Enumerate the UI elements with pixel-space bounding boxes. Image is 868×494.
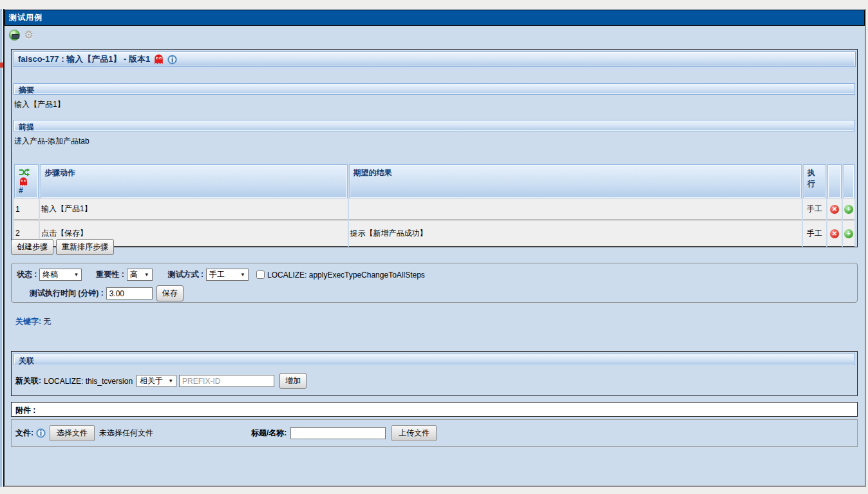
add-step-icon[interactable]: +: [844, 229, 853, 238]
apply-exec-type-checkbox[interactable]: [256, 271, 265, 279]
step-row: 2 点击【保存】 提示【新增产品成功】 手工 ✕ +: [14, 220, 854, 247]
summary-text: 输入【产品1】: [13, 95, 856, 120]
keywords-line: 关键字: 无: [15, 316, 51, 327]
steps-table: # 步骤动作 期望的结果 执行 1 输入【产品1】 手工 ✕ +: [13, 164, 856, 247]
expected-result-cell[interactable]: [349, 198, 802, 220]
expected-result-header: 期望的结果: [349, 164, 802, 198]
step-action-header: 步骤动作: [40, 164, 348, 198]
attachments-header: 附件 :: [11, 402, 858, 417]
step-number-header: #: [14, 164, 39, 198]
status-value: 终稿: [42, 269, 58, 280]
testcase-title-bar: faisco-177 : 输入【产品1】 - 版本1: [13, 52, 856, 67]
ghost-icon: [153, 54, 164, 64]
step-number: 1: [14, 198, 39, 220]
ghost-icon: [19, 177, 28, 186]
relations-container: 关联 新关联: LOCALIZE: this_tcversion 相关于 ▼ 增…: [11, 351, 858, 396]
importance-label: 重要性 :: [96, 269, 124, 280]
step-row: 1 输入【产品1】 手工 ✕ +: [14, 198, 854, 220]
relation-id-input[interactable]: [179, 375, 274, 387]
exec-type-value: 手工: [803, 220, 826, 247]
delete-step-icon[interactable]: ✕: [830, 229, 839, 238]
steps-header-row: # 步骤动作 期望的结果 执行: [14, 164, 854, 198]
testcase-panel: 测试用例 ⚙ faisco-177 : 输入【产品1】 - 版本1 摘要 输入【…: [3, 9, 866, 487]
exec-type-value: 手工: [209, 269, 225, 280]
status-label: 状态 :: [17, 269, 37, 280]
importance-select[interactable]: 高 ▼: [127, 269, 153, 281]
step-number-header-label: #: [19, 186, 34, 195]
exec-type-header: 执行: [803, 164, 826, 198]
chevron-down-icon: ▼: [168, 378, 173, 384]
no-file-text: 未选择任何文件: [99, 428, 153, 439]
info-icon[interactable]: [36, 428, 46, 438]
new-relation-label: 新关联:: [15, 375, 41, 386]
exec-type-label: 测试方式 :: [168, 269, 203, 280]
duration-input[interactable]: [106, 287, 153, 299]
precondition-section-header: 前提: [14, 120, 855, 131]
testcase-title: faisco-177 : 输入【产品1】 - 版本1: [18, 53, 150, 65]
add-relation-button[interactable]: 增加: [279, 373, 307, 389]
file-upload-row: 文件: 选择文件 未选择任何文件 标题/名称: 上传文件: [11, 419, 858, 447]
testcase-spec-container: faisco-177 : 输入【产品1】 - 版本1 摘要 输入【产品1】 前提…: [11, 49, 858, 247]
file-title-label: 标题/名称:: [251, 428, 287, 439]
page-title: 测试用例: [5, 10, 865, 26]
chevron-down-icon: ▼: [73, 272, 79, 278]
duration-label: 测试执行时间 (分钟) :: [30, 288, 104, 299]
chevron-down-icon: ▼: [240, 272, 245, 278]
expected-result-cell[interactable]: 提示【新增产品成功】: [349, 220, 802, 247]
relation-type-value: 相关于: [140, 375, 163, 386]
toolbar: ⚙: [9, 30, 33, 41]
save-button[interactable]: 保存: [156, 285, 184, 301]
relation-scope-text: LOCALIZE: this_tcversion: [44, 377, 133, 386]
add-step-icon[interactable]: +: [844, 205, 853, 214]
relations-section-header: 关联: [14, 354, 855, 365]
info-icon[interactable]: [167, 55, 177, 64]
precondition-text: 进入产品-添加产品tab: [13, 131, 856, 157]
chevron-down-icon: ▼: [144, 272, 149, 278]
reorder-steps-icon[interactable]: [19, 168, 30, 176]
exec-type-value: 手工: [803, 198, 826, 220]
create-step-button[interactable]: 创建步骤: [11, 239, 53, 255]
file-title-input[interactable]: [290, 427, 386, 439]
keywords-label: 关键字:: [15, 317, 41, 326]
step-action-cell[interactable]: 输入【产品1】: [40, 198, 348, 220]
exec-type-select[interactable]: 手工 ▼: [206, 269, 249, 281]
step-buttons: 创建步骤 重新排序步骤: [11, 239, 114, 255]
upload-file-button[interactable]: 上传文件: [392, 425, 437, 441]
keywords-value: 无: [43, 317, 51, 326]
add-column-header: [843, 164, 854, 198]
reorder-steps-button[interactable]: 重新排序步骤: [56, 239, 114, 255]
apply-exec-type-label: LOCALIZE: applyExecTypeChangeToAllSteps: [267, 271, 425, 280]
delete-column-header: [827, 164, 842, 198]
relation-type-select[interactable]: 相关于 ▼: [137, 375, 176, 387]
choose-file-button[interactable]: 选择文件: [50, 425, 95, 441]
summary-section-header: 摘要: [14, 83, 855, 95]
status-select[interactable]: 终稿 ▼: [39, 269, 82, 281]
world-edit-icon[interactable]: [9, 30, 20, 41]
importance-value: 高: [130, 269, 138, 280]
file-label: 文件:: [15, 428, 33, 439]
settings-icon[interactable]: ⚙: [24, 30, 33, 41]
delete-step-icon[interactable]: ✕: [830, 205, 839, 214]
attributes-form: 状态 : 终稿 ▼ 重要性 : 高 ▼ 测试方式 : 手工 ▼ LOCALIZE…: [11, 263, 858, 303]
